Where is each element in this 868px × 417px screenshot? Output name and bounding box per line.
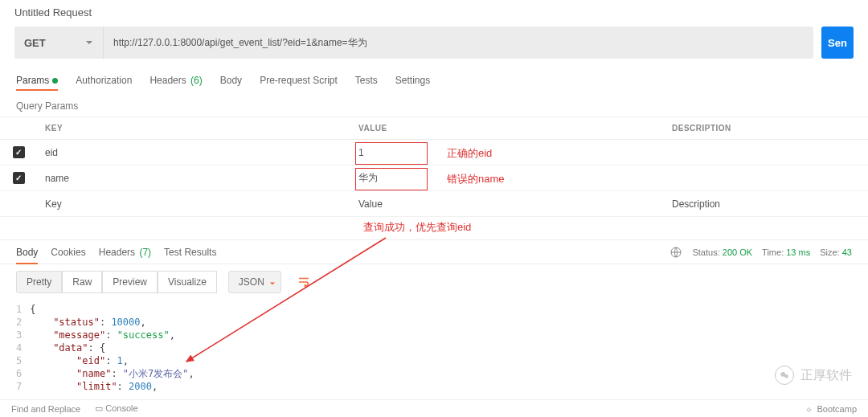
method-label: GET bbox=[24, 37, 46, 49]
size-label: Size: 43 bbox=[820, 247, 852, 257]
time-label: Time: 13 ms bbox=[762, 247, 810, 257]
tab-settings[interactable]: Settings bbox=[395, 75, 430, 86]
param-value[interactable]: 华为 错误的name bbox=[350, 166, 664, 191]
annotation-text: 错误的name bbox=[447, 172, 505, 186]
annotation-center: 查询成功，优先查询eid bbox=[0, 217, 868, 239]
tab-params[interactable]: Params bbox=[16, 75, 58, 86]
tab-tests[interactable]: Tests bbox=[355, 75, 378, 86]
view-raw[interactable]: Raw bbox=[62, 271, 102, 293]
view-pretty[interactable]: Pretty bbox=[16, 271, 62, 293]
resp-tab-tests[interactable]: Test Results bbox=[164, 247, 216, 258]
key-placeholder[interactable]: Key bbox=[37, 191, 350, 217]
query-params-label: Query Params bbox=[0, 92, 868, 117]
param-value[interactable]: 1 正确的eid bbox=[350, 140, 664, 166]
request-tabs: Params Authorization Headers (6) Body Pr… bbox=[0, 68, 868, 92]
svg-point-3 bbox=[784, 374, 788, 378]
line-gutter: 1234567 bbox=[16, 303, 30, 393]
desc-placeholder[interactable]: Description bbox=[664, 191, 868, 217]
col-key: KEY bbox=[37, 117, 350, 140]
tab-body[interactable]: Body bbox=[220, 75, 242, 86]
tab-authorization[interactable]: Authorization bbox=[76, 75, 132, 86]
resp-tab-headers[interactable]: Headers (7) bbox=[99, 247, 151, 258]
resp-tab-cookies[interactable]: Cookies bbox=[51, 247, 85, 258]
table-row[interactable]: name 华为 错误的name bbox=[0, 166, 868, 191]
globe-icon[interactable] bbox=[669, 246, 682, 259]
view-preview[interactable]: Preview bbox=[102, 271, 158, 293]
param-key[interactable]: name bbox=[37, 166, 350, 191]
format-select[interactable]: JSON bbox=[228, 271, 281, 293]
annotation-box bbox=[355, 168, 428, 190]
annotation-text: 正确的eid bbox=[447, 146, 492, 161]
row-checkbox[interactable] bbox=[13, 172, 25, 184]
send-button[interactable]: Sen bbox=[821, 27, 854, 59]
params-active-dot bbox=[52, 78, 58, 84]
params-table: KEY VALUE DESCRIPTION eid 1 正确的eid name … bbox=[0, 117, 868, 217]
col-value: VALUE bbox=[350, 117, 664, 140]
method-select[interactable]: GET bbox=[14, 27, 103, 59]
response-tabs: Body Cookies Headers (7) Test Results St… bbox=[0, 239, 868, 264]
chevron-down-icon bbox=[269, 280, 276, 287]
wechat-icon bbox=[775, 366, 794, 385]
table-row[interactable]: eid 1 正确的eid bbox=[0, 140, 868, 166]
bootcamp-button[interactable]: ⟐ Bootcamp bbox=[806, 404, 857, 414]
watermark: 正厚软件 bbox=[775, 366, 852, 385]
param-key[interactable]: eid bbox=[37, 140, 350, 166]
wrap-lines-button[interactable] bbox=[293, 271, 315, 293]
annotation-box bbox=[355, 142, 428, 165]
find-replace-button[interactable]: Find and Replace bbox=[11, 404, 80, 414]
view-mode-group: Pretty Raw Preview Visualize bbox=[16, 271, 217, 293]
request-title: Untitled Request bbox=[0, 0, 868, 27]
response-body[interactable]: 1234567 { "status": 10000, "message": "s… bbox=[0, 300, 868, 393]
value-placeholder[interactable]: Value bbox=[350, 191, 664, 217]
chevron-down-icon bbox=[85, 39, 93, 47]
row-checkbox[interactable] bbox=[13, 146, 25, 158]
view-visualize[interactable]: Visualize bbox=[158, 271, 217, 293]
footer-bar: Find and Replace ▭ Console ⟐ Bootcamp bbox=[0, 399, 868, 417]
console-button[interactable]: ▭ Console bbox=[95, 403, 137, 414]
status-label: Status: 200 OK bbox=[692, 247, 752, 257]
url-input[interactable]: http://127.0.0.1:8000/api/get_event_list… bbox=[103, 27, 813, 59]
resp-tab-body[interactable]: Body bbox=[16, 247, 38, 258]
tab-prerequest[interactable]: Pre-request Script bbox=[260, 75, 338, 86]
tab-headers[interactable]: Headers (6) bbox=[149, 75, 202, 86]
table-row-empty[interactable]: Key Value Description bbox=[0, 191, 868, 217]
col-desc: DESCRIPTION bbox=[664, 117, 868, 140]
